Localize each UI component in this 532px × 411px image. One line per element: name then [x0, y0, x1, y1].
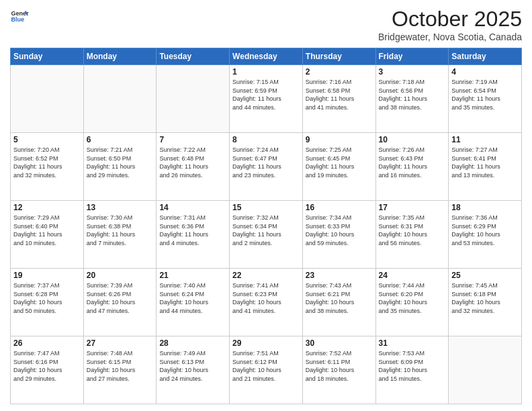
col-wednesday: Wednesday — [230, 48, 303, 65]
table-row: 19Sunrise: 7:37 AM Sunset: 6:28 PM Dayli… — [11, 269, 84, 336]
calendar-week-row: 19Sunrise: 7:37 AM Sunset: 6:28 PM Dayli… — [11, 269, 522, 336]
table-row: 12Sunrise: 7:29 AM Sunset: 6:40 PM Dayli… — [11, 201, 84, 269]
table-row: 24Sunrise: 7:44 AM Sunset: 6:20 PM Dayli… — [375, 269, 449, 336]
day-info: Sunrise: 7:49 AM Sunset: 6:13 PM Dayligh… — [159, 349, 226, 383]
day-info: Sunrise: 7:24 AM Sunset: 6:47 PM Dayligh… — [232, 146, 300, 179]
day-number: 21 — [159, 271, 226, 280]
day-info: Sunrise: 7:45 AM Sunset: 6:18 PM Dayligh… — [451, 281, 519, 315]
logo-icon: General Blue — [10, 7, 29, 26]
day-info: Sunrise: 7:19 AM Sunset: 6:54 PM Dayligh… — [451, 78, 519, 111]
day-number: 7 — [159, 135, 226, 144]
day-number: 13 — [87, 203, 154, 212]
calendar-table: Sunday Monday Tuesday Wednesday Thursday… — [10, 48, 522, 404]
day-info: Sunrise: 7:52 AM Sunset: 6:11 PM Dayligh… — [306, 349, 373, 383]
calendar-week-row: 1Sunrise: 7:15 AM Sunset: 6:59 PM Daylig… — [11, 65, 522, 133]
table-row: 29Sunrise: 7:51 AM Sunset: 6:12 PM Dayli… — [230, 336, 303, 404]
day-number: 2 — [306, 67, 373, 77]
day-info: Sunrise: 7:18 AM Sunset: 6:56 PM Dayligh… — [379, 78, 446, 111]
table-row: 20Sunrise: 7:39 AM Sunset: 6:26 PM Dayli… — [83, 269, 157, 336]
table-row: 17Sunrise: 7:35 AM Sunset: 6:31 PM Dayli… — [375, 201, 449, 269]
day-number: 16 — [306, 203, 373, 212]
day-number: 29 — [232, 338, 300, 348]
location-subtitle: Bridgewater, Nova Scotia, Canada — [378, 32, 522, 42]
col-monday: Monday — [83, 48, 157, 65]
table-row: 22Sunrise: 7:41 AM Sunset: 6:23 PM Dayli… — [230, 269, 303, 336]
day-number: 22 — [232, 271, 300, 280]
table-row: 11Sunrise: 7:27 AM Sunset: 6:41 PM Dayli… — [449, 133, 522, 201]
day-info: Sunrise: 7:15 AM Sunset: 6:59 PM Dayligh… — [232, 78, 300, 111]
day-info: Sunrise: 7:34 AM Sunset: 6:33 PM Dayligh… — [306, 214, 373, 247]
table-row: 8Sunrise: 7:24 AM Sunset: 6:47 PM Daylig… — [230, 133, 303, 201]
table-row: 6Sunrise: 7:21 AM Sunset: 6:50 PM Daylig… — [83, 133, 157, 201]
day-number: 5 — [13, 135, 81, 144]
day-info: Sunrise: 7:41 AM Sunset: 6:23 PM Dayligh… — [232, 281, 300, 315]
table-row: 7Sunrise: 7:22 AM Sunset: 6:48 PM Daylig… — [157, 133, 230, 201]
day-info: Sunrise: 7:43 AM Sunset: 6:21 PM Dayligh… — [306, 281, 373, 315]
day-number: 4 — [451, 67, 519, 77]
table-row — [157, 65, 230, 133]
day-number: 14 — [159, 203, 226, 212]
title-block: October 2025 Bridgewater, Nova Scotia, C… — [378, 7, 522, 42]
table-row: 5Sunrise: 7:20 AM Sunset: 6:52 PM Daylig… — [11, 133, 84, 201]
calendar-week-row: 26Sunrise: 7:47 AM Sunset: 6:16 PM Dayli… — [11, 336, 522, 404]
day-number: 10 — [379, 135, 446, 144]
table-row: 15Sunrise: 7:32 AM Sunset: 6:34 PM Dayli… — [230, 201, 303, 269]
day-number: 3 — [379, 67, 446, 77]
day-info: Sunrise: 7:30 AM Sunset: 6:38 PM Dayligh… — [87, 214, 154, 247]
table-row: 23Sunrise: 7:43 AM Sunset: 6:21 PM Dayli… — [302, 269, 375, 336]
table-row: 10Sunrise: 7:26 AM Sunset: 6:43 PM Dayli… — [375, 133, 449, 201]
day-info: Sunrise: 7:44 AM Sunset: 6:20 PM Dayligh… — [379, 281, 446, 315]
day-number: 11 — [451, 135, 519, 144]
table-row: 16Sunrise: 7:34 AM Sunset: 6:33 PM Dayli… — [302, 201, 375, 269]
day-number: 6 — [87, 135, 154, 144]
day-info: Sunrise: 7:20 AM Sunset: 6:52 PM Dayligh… — [13, 146, 81, 179]
day-number: 30 — [306, 338, 373, 348]
day-info: Sunrise: 7:40 AM Sunset: 6:24 PM Dayligh… — [159, 281, 226, 315]
table-row — [83, 65, 157, 133]
table-row: 27Sunrise: 7:48 AM Sunset: 6:15 PM Dayli… — [83, 336, 157, 404]
table-row: 9Sunrise: 7:25 AM Sunset: 6:45 PM Daylig… — [302, 133, 375, 201]
day-number: 18 — [451, 203, 519, 212]
day-info: Sunrise: 7:36 AM Sunset: 6:29 PM Dayligh… — [451, 214, 519, 247]
day-info: Sunrise: 7:51 AM Sunset: 6:12 PM Dayligh… — [232, 349, 300, 383]
day-number: 24 — [379, 271, 446, 280]
table-row: 13Sunrise: 7:30 AM Sunset: 6:38 PM Dayli… — [83, 201, 157, 269]
day-number: 25 — [451, 271, 519, 280]
day-info: Sunrise: 7:29 AM Sunset: 6:40 PM Dayligh… — [13, 214, 81, 247]
table-row: 14Sunrise: 7:31 AM Sunset: 6:36 PM Dayli… — [157, 201, 230, 269]
table-row: 18Sunrise: 7:36 AM Sunset: 6:29 PM Dayli… — [449, 201, 522, 269]
day-info: Sunrise: 7:47 AM Sunset: 6:16 PM Dayligh… — [13, 349, 81, 383]
col-thursday: Thursday — [302, 48, 375, 65]
calendar-week-row: 5Sunrise: 7:20 AM Sunset: 6:52 PM Daylig… — [11, 133, 522, 201]
day-number: 8 — [232, 135, 300, 144]
day-info: Sunrise: 7:21 AM Sunset: 6:50 PM Dayligh… — [87, 146, 154, 179]
table-row: 28Sunrise: 7:49 AM Sunset: 6:13 PM Dayli… — [157, 336, 230, 404]
table-row: 3Sunrise: 7:18 AM Sunset: 6:56 PM Daylig… — [375, 65, 449, 133]
day-number: 19 — [13, 271, 81, 280]
table-row: 21Sunrise: 7:40 AM Sunset: 6:24 PM Dayli… — [157, 269, 230, 336]
month-title: October 2025 — [378, 7, 522, 32]
table-row: 26Sunrise: 7:47 AM Sunset: 6:16 PM Dayli… — [11, 336, 84, 404]
table-row: 25Sunrise: 7:45 AM Sunset: 6:18 PM Dayli… — [449, 269, 522, 336]
day-info: Sunrise: 7:53 AM Sunset: 6:09 PM Dayligh… — [379, 349, 446, 383]
day-info: Sunrise: 7:27 AM Sunset: 6:41 PM Dayligh… — [451, 146, 519, 179]
day-info: Sunrise: 7:39 AM Sunset: 6:26 PM Dayligh… — [87, 281, 154, 315]
day-info: Sunrise: 7:37 AM Sunset: 6:28 PM Dayligh… — [13, 281, 81, 315]
day-info: Sunrise: 7:22 AM Sunset: 6:48 PM Dayligh… — [159, 146, 226, 179]
day-info: Sunrise: 7:25 AM Sunset: 6:45 PM Dayligh… — [306, 146, 373, 179]
table-row: 1Sunrise: 7:15 AM Sunset: 6:59 PM Daylig… — [230, 65, 303, 133]
day-number: 1 — [232, 67, 300, 77]
table-row — [11, 65, 84, 133]
col-friday: Friday — [375, 48, 449, 65]
col-tuesday: Tuesday — [157, 48, 230, 65]
day-info: Sunrise: 7:31 AM Sunset: 6:36 PM Dayligh… — [159, 214, 226, 247]
logo: General Blue — [10, 7, 29, 26]
day-number: 31 — [379, 338, 446, 348]
table-row: 4Sunrise: 7:19 AM Sunset: 6:54 PM Daylig… — [449, 65, 522, 133]
day-number: 27 — [87, 338, 154, 348]
day-number: 17 — [379, 203, 446, 212]
day-number: 15 — [232, 203, 300, 212]
table-row: 31Sunrise: 7:53 AM Sunset: 6:09 PM Dayli… — [375, 336, 449, 404]
day-info: Sunrise: 7:48 AM Sunset: 6:15 PM Dayligh… — [87, 349, 154, 383]
day-info: Sunrise: 7:16 AM Sunset: 6:58 PM Dayligh… — [306, 78, 373, 111]
